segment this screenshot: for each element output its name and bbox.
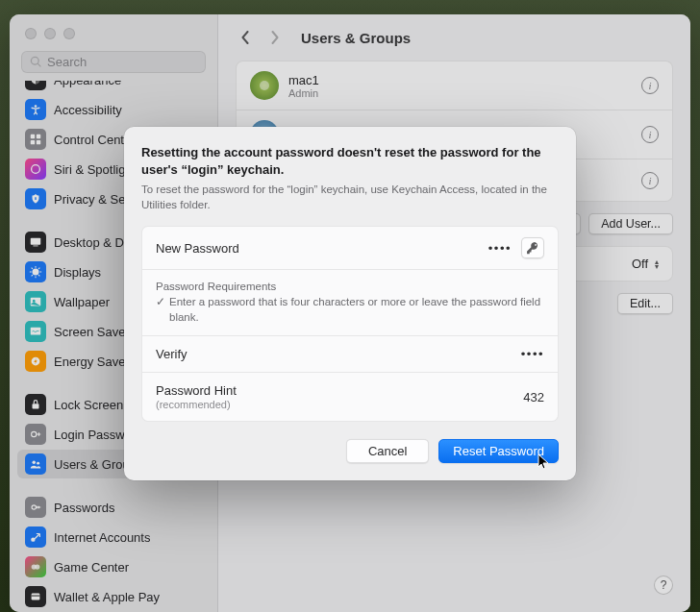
cancel-button[interactable]: Cancel (346, 439, 429, 463)
new-password-label: New Password (156, 241, 239, 256)
hint-sub: (recommended) (156, 399, 237, 410)
verify-field[interactable]: •••• (521, 347, 544, 361)
password-suggestion-button[interactable] (521, 237, 544, 258)
dialog-title: Resetting the account password doesn't r… (141, 144, 559, 178)
hint-field[interactable]: 432 (523, 390, 544, 404)
modal-overlay: Resetting the account password doesn't r… (0, 0, 700, 612)
cursor-icon (538, 453, 551, 471)
key-icon (526, 241, 539, 255)
dialog-subtitle: To reset the password for the “login” ke… (141, 183, 559, 212)
verify-label: Verify (156, 347, 188, 361)
check-icon: ✓ (156, 295, 165, 310)
reset-password-dialog: Resetting the account password doesn't r… (124, 127, 576, 480)
hint-label: Password Hint (156, 383, 237, 398)
requirements-text: ✓ Enter a password that is four characte… (156, 295, 544, 325)
requirements-title: Password Requirements (156, 281, 544, 292)
new-password-field[interactable]: •••• (488, 241, 512, 256)
password-form: New Password •••• Password Requirements … (141, 226, 559, 422)
